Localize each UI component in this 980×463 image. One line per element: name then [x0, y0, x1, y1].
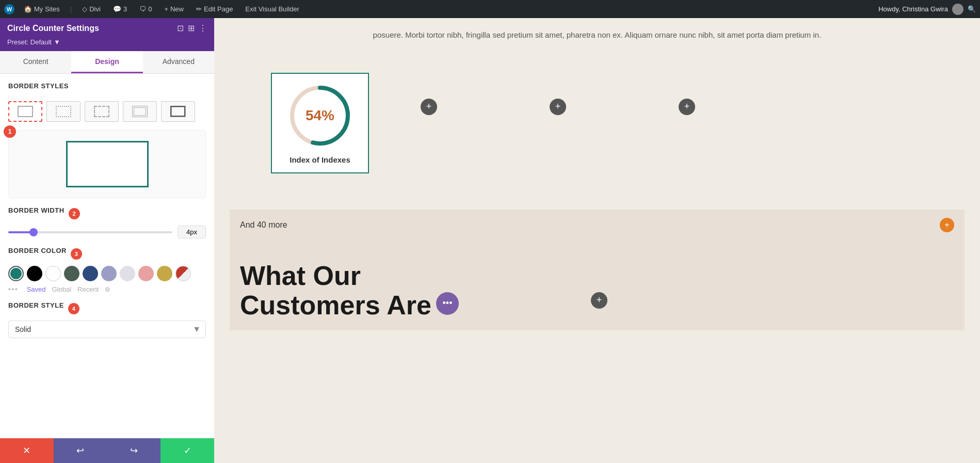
body-text: posuere. Morbi tortor nibh, fringilla se…	[230, 28, 965, 42]
add-section-button[interactable]: +	[591, 292, 607, 309]
border-style-options	[8, 101, 206, 122]
comments-count-item[interactable]: 💬 3	[110, 0, 130, 18]
color-tab-saved[interactable]: Saved	[27, 285, 46, 293]
border-styles-header: Border Styles	[8, 82, 206, 96]
step-badge-2: 2	[69, 208, 80, 219]
what-our-line2: Customers Are	[240, 290, 431, 320]
border-style-solid-btn[interactable]	[8, 101, 42, 122]
main-layout: Circle Counter Settings ⊡ ⊞ ⋮ Preset: De…	[0, 18, 980, 463]
double-preview	[132, 106, 148, 117]
wp-logo[interactable]: W	[4, 4, 14, 14]
tab-design[interactable]: Design	[71, 51, 142, 73]
message-icon: 🗨	[139, 5, 146, 13]
widget-label: Index of Indexes	[290, 155, 350, 164]
circle-counter-widget: 54% Index of Indexes	[271, 73, 369, 173]
undo-icon: ↩	[76, 445, 84, 456]
add-column-btn-3[interactable]: +	[679, 99, 695, 115]
border-color-label: Border Color	[8, 247, 67, 254]
save-button[interactable]: ✓	[160, 438, 214, 463]
border-width-value[interactable]: 4px	[178, 226, 206, 238]
color-swatch-gold[interactable]	[157, 266, 172, 281]
border-preview-container: 1	[8, 130, 206, 198]
border-width-slider[interactable]	[8, 231, 172, 233]
split-icon[interactable]: ⊞	[188, 23, 195, 33]
tab-advanced[interactable]: Advanced	[143, 51, 214, 73]
minimize-icon[interactable]: ⊡	[177, 23, 184, 33]
edit-icon: ✏	[196, 5, 202, 13]
sidebar-tabs: Content Design Advanced	[0, 51, 214, 74]
border-style-dashed-btn[interactable]	[85, 101, 119, 122]
preset-chevron-icon: ▼	[54, 38, 60, 46]
add-column-btn-1[interactable]: +	[421, 99, 437, 115]
border-style-label: Border Style	[8, 301, 64, 309]
color-swatches	[8, 266, 206, 281]
slider-thumb[interactable]	[29, 228, 38, 236]
home-icon: 🏠	[24, 5, 32, 13]
edit-page-item[interactable]: ✏ Edit Page	[193, 0, 236, 18]
user-avatar	[952, 4, 963, 15]
step-badge-3: 3	[71, 248, 82, 260]
divi-label: Divi	[89, 5, 101, 13]
messages-item[interactable]: 🗨 0	[136, 0, 155, 18]
color-dots[interactable]: •••	[8, 285, 19, 293]
plus-icon: +	[164, 5, 168, 13]
border-color-section: Border Color 3 ••• Saved	[8, 247, 206, 293]
comment-icon: 💬	[113, 5, 121, 13]
border-style-double-btn[interactable]	[123, 101, 157, 122]
color-tab-global[interactable]: Global	[52, 285, 72, 293]
more-bar-add-button[interactable]: +	[940, 218, 954, 232]
border-styles-label: Border Styles	[8, 82, 69, 90]
dotted-preview	[56, 106, 71, 117]
color-swatch-teal[interactable]	[8, 266, 24, 281]
more-options-icon[interactable]: ⋮	[199, 23, 207, 33]
color-swatch-white[interactable]	[45, 266, 61, 281]
border-style-select-wrapper: Solid None Dashed Dotted Double Groove R…	[8, 321, 206, 338]
border-demo-box	[66, 141, 149, 187]
color-swatch-purple[interactable]	[101, 266, 117, 281]
purple-menu-button[interactable]: •••	[436, 292, 459, 315]
save-icon: ✓	[184, 445, 191, 456]
undo-button[interactable]: ↩	[54, 438, 107, 463]
color-swatch-pink[interactable]	[138, 266, 154, 281]
color-swatch-light-purple[interactable]	[120, 266, 135, 281]
divi-icon: ◇	[82, 5, 87, 13]
color-swatch-blue[interactable]	[83, 266, 98, 281]
border-width-header: Border Width 2	[8, 206, 206, 220]
circle-container: 54%	[286, 82, 354, 149]
what-our-heading: What Our Customers Are	[240, 261, 431, 320]
color-swatch-black[interactable]	[27, 266, 42, 281]
gear-icon[interactable]: ⚙	[105, 286, 110, 293]
new-item[interactable]: + New	[161, 0, 187, 18]
border-width-slider-row: 4px	[8, 226, 206, 238]
cancel-icon: ✕	[23, 445, 30, 456]
color-swatch-dark-green[interactable]	[64, 266, 79, 281]
dots-icon: •••	[443, 298, 453, 309]
circle-percentage: 54%	[306, 107, 334, 124]
preset-label: Preset: Default	[7, 38, 52, 46]
sidebar-bottom: ✕ ↩ ↪ ✓	[0, 438, 214, 463]
divi-item[interactable]: ◇ Divi	[79, 0, 104, 18]
border-width-label: Border Width	[8, 206, 65, 214]
redo-button[interactable]: ↪	[107, 438, 161, 463]
more-bar-text: And 40 more	[240, 220, 287, 230]
color-swatch-gradient[interactable]	[175, 266, 191, 281]
comment-count: 3	[123, 5, 127, 13]
groove-preview	[170, 106, 186, 117]
tab-content[interactable]: Content	[0, 51, 71, 73]
add-column-btn-2[interactable]: +	[550, 99, 566, 115]
border-style-groove-btn[interactable]	[161, 101, 195, 122]
search-icon[interactable]: 🔍	[968, 5, 976, 13]
my-sites-item[interactable]: 🏠 My Sites	[21, 0, 63, 18]
bottom-row: What Our Customers Are ••• +	[240, 261, 954, 320]
cancel-button[interactable]: ✕	[0, 438, 54, 463]
sidebar-preset[interactable]: Preset: Default ▼	[0, 38, 214, 51]
color-tab-recent[interactable]: Recent	[77, 285, 99, 293]
exit-visual-builder-item[interactable]: Exit Visual Builder	[242, 0, 302, 18]
border-color-header: Border Color 3	[8, 247, 206, 261]
page-content: posuere. Morbi tortor nibh, fringilla se…	[214, 18, 980, 463]
message-count: 0	[148, 5, 152, 13]
new-label: New	[170, 5, 184, 13]
border-style-select[interactable]: Solid None Dashed Dotted Double Groove R…	[8, 321, 206, 338]
exit-label: Exit Visual Builder	[245, 5, 299, 13]
border-style-dotted-btn[interactable]	[46, 101, 81, 122]
